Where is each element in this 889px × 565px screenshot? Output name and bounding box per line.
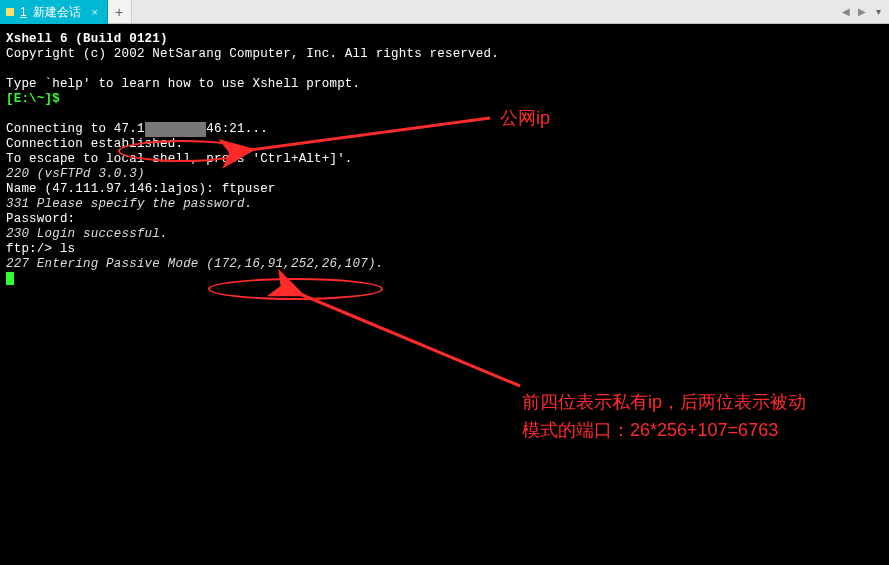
tab-bar: 1 新建会话 × + ◀ ▶ ▾ <box>0 0 889 24</box>
terminal-line: 227 Entering Passive Mode (172,16,91,252… <box>6 257 383 271</box>
tab-close-icon[interactable]: × <box>89 6 101 18</box>
tab-title: 新建会话 <box>33 4 81 21</box>
terminal-line: ftp:/> ls <box>6 242 75 256</box>
terminal-line: Copyright (c) 2002 NetSarang Computer, I… <box>6 47 499 61</box>
annotation-label-public-ip: 公网ip <box>500 104 550 132</box>
terminal-line: 220 (vsFTPd 3.0.3) <box>6 167 145 181</box>
terminal-line: 331 Please specify the password. <box>6 197 252 211</box>
tabs-menu-icon[interactable]: ▾ <box>871 5 885 19</box>
terminal-line: Type `help' to learn how to use Xshell p… <box>6 77 360 91</box>
censored-ip <box>145 122 207 137</box>
tab-bar-controls: ◀ ▶ ▾ <box>839 0 889 23</box>
terminal[interactable]: Xshell 6 (Build 0121) Copyright (c) 2002… <box>0 24 889 565</box>
annotation-ellipse-passive-tuple <box>208 278 383 300</box>
tab-active[interactable]: 1 新建会话 × <box>0 0 108 24</box>
terminal-line: Name (47.111.97.146:lajos): ftpuser <box>6 182 276 196</box>
tabs-scroll-right-icon[interactable]: ▶ <box>855 5 869 19</box>
tabs-scroll-left-icon[interactable]: ◀ <box>839 5 853 19</box>
annotation-label-passive-port: 前四位表示私有ip，后两位表示被动 模式的端口：26*256+107=6763 <box>522 388 806 444</box>
annotation-text: 模式的端口：26*256+107=6763 <box>522 416 806 444</box>
terminal-line: Password: <box>6 212 75 226</box>
annotation-text: 前四位表示私有ip，后两位表示被动 <box>522 388 806 416</box>
terminal-line: 230 Login successful. <box>6 227 168 241</box>
terminal-line: Connecting to 47.1 46:21... <box>6 122 268 136</box>
new-tab-button[interactable]: + <box>108 0 132 23</box>
terminal-cursor <box>6 272 14 285</box>
terminal-prompt: [E:\~]$ <box>6 92 68 106</box>
annotation-ellipse-public-ip <box>118 140 248 162</box>
tab-indicator-icon <box>6 8 14 16</box>
tab-index: 1 <box>20 5 27 19</box>
terminal-line: Xshell 6 (Build 0121) <box>6 32 168 46</box>
